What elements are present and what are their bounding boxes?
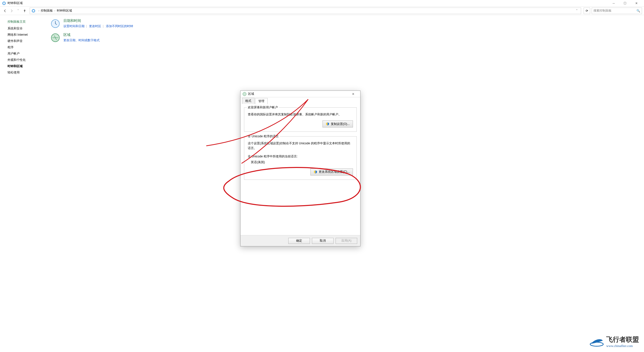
date-time-icon [50,19,60,29]
uac-shield-icon [326,122,329,126]
uac-shield-icon [314,170,317,174]
category-region-title[interactable]: 区域 [63,33,101,37]
refresh-button[interactable]: ⟳ [584,8,590,14]
search-input[interactable]: 搜索控制面板 🔍 [592,8,642,14]
sidebar-heading[interactable]: 控制面板主页 [8,20,46,24]
address-bar[interactable]: › 控制面板 › 时钟和区域 ˅ [30,8,581,14]
window-maximize-button[interactable]: ☐ [619,0,631,7]
sidebar-item-clock-region[interactable]: 时钟和区域 [8,64,46,68]
copy-settings-button[interactable]: 复制设置(O)... [323,120,353,127]
svg-point-6 [243,92,246,96]
sidebar-item-ease-of-access[interactable]: 轻松使用 [8,70,46,75]
dialog-title: 区域 [248,92,254,96]
sidebar-item-appearance[interactable]: 外观和个性化 [8,58,46,62]
tab-administrative[interactable]: 管理 [255,98,268,104]
ok-button[interactable]: 确定 [288,238,310,244]
window-minimize-button[interactable]: ─ [608,0,619,7]
cancel-button[interactable]: 取消 [312,238,334,244]
group-welcome-desc: 查看你的国际设置并将其复制到欢迎屏幕、系统帐户和新的用户帐户。 [248,112,353,117]
control-panel-icon [2,1,6,5]
group-welcome-legend: 欢迎屏幕和新用户帐户 [247,105,279,110]
svg-rect-3 [33,10,34,12]
address-bar-icon [31,9,35,13]
sidebar-item-system-security[interactable]: 系统和安全 [8,26,46,31]
link-change-formats[interactable]: 更改日期、时间或数字格式 [63,38,100,42]
address-dropdown-button[interactable]: ˅ [574,8,579,14]
search-placeholder: 搜索控制面板 [593,9,612,13]
link-change-timezone[interactable]: 更改时区 [89,24,101,28]
link-add-clocks[interactable]: 添加不同时区的时钟 [106,24,133,28]
region-icon [50,33,60,43]
search-icon: 🔍 [636,9,640,13]
current-language-label: 非 Unicode 程序中所使用的当前语言: [248,154,353,159]
tab-formats[interactable]: 格式 [242,98,255,104]
category-date-time-title[interactable]: 日期和时间 [63,19,135,23]
watermark-url: www.chinaflier.com [606,344,639,348]
svg-rect-1 [3,3,5,4]
breadcrumb-item[interactable]: 时钟和区域 [57,9,72,13]
watermark-logo-icon [590,337,604,347]
nav-up-button[interactable] [22,8,28,14]
nav-back-button[interactable] [2,8,8,14]
nav-forward-button[interactable] [9,8,15,14]
change-system-locale-button-label: 更改系统区域设置(C)... [319,170,350,174]
current-language-value: 英语(美国) [251,160,353,164]
breadcrumb-separator: › [54,9,55,12]
apply-button[interactable]: 应用(A) [336,238,357,244]
category-region-links: 更改日期、时间或数字格式 [63,38,101,42]
breadcrumb-separator: › [38,9,39,12]
dialog-close-button[interactable]: ✕ [348,91,358,97]
link-set-time-date[interactable]: 设置时间和日期 [63,24,85,28]
watermark-title: 飞行者联盟 [606,335,639,344]
breadcrumb-item[interactable]: 控制面板 [41,9,53,13]
window-title: 时钟和区域 [8,1,23,5]
group-nonunicode-legend: 非 Unicode 程序的语言 [247,134,280,139]
sidebar-item-user-accounts[interactable]: 用户帐户 [8,52,46,56]
sidebar-item-network-internet[interactable]: 网络和 Internet [8,33,46,37]
watermark: 飞行者联盟 www.chinaflier.com [590,335,639,348]
category-date-time-links: 设置时间和日期| 更改时区| 添加不同时区的时钟 [63,24,135,28]
window-close-button[interactable]: ✕ [631,0,642,7]
copy-settings-button-label: 复制设置(O)... [331,122,350,126]
sidebar-item-hardware-sound[interactable]: 硬件和声音 [8,39,46,43]
change-system-locale-button[interactable]: 更改系统区域设置(C)... [310,168,353,175]
sidebar-item-programs[interactable]: 程序 [8,45,46,50]
group-nonunicode-desc: 这个设置(系统区域设置)控制在不支持 Unicode 的程序中显示文本时所使用的… [248,141,353,151]
nav-recent-dropdown[interactable]: ˅ [15,8,21,14]
dialog-icon [243,92,247,96]
